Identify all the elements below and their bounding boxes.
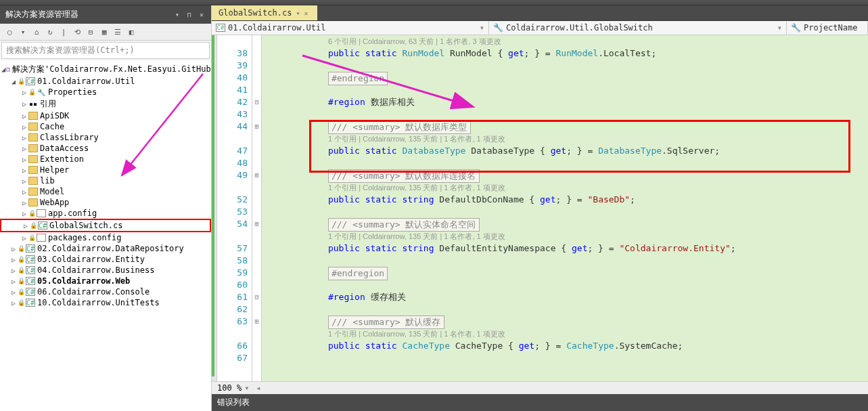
expand-icon[interactable]: ▷ <box>20 199 28 207</box>
tree-node[interactable]: ▷🔒C#10.Coldairarrow.UnitTests <box>0 297 211 308</box>
code-line[interactable] <box>265 352 868 364</box>
sync-icon[interactable]: ↻ <box>45 26 55 37</box>
tree-node[interactable]: ▷🔒app.config <box>0 208 211 219</box>
back-icon[interactable]: ◯ <box>4 26 15 37</box>
tree-node[interactable]: ▷Helper <box>0 165 211 175</box>
chevron-down-icon[interactable]: ▾ <box>244 383 249 393</box>
code-line[interactable] <box>265 157 868 169</box>
close-icon[interactable]: ✕ <box>198 11 206 19</box>
code-line[interactable] <box>265 108 868 121</box>
expand-icon[interactable]: ▷ <box>20 234 28 242</box>
expand-icon[interactable]: ▷ <box>20 112 28 120</box>
expand-icon[interactable]: ▷ <box>20 89 28 96</box>
code-line[interactable]: 6 个引用 | Coldairarrow, 63 天前 | 1 名作者, 3 项… <box>265 35 868 47</box>
code-line[interactable] <box>265 303 868 316</box>
panel-title-bar[interactable]: 解决方案资源管理器 ▾ ⊓ ✕ <box>0 5 211 24</box>
expand-icon[interactable]: ▷ <box>9 278 18 285</box>
fold-column[interactable]: ⊟⊞⊞⊞⊟⊞ <box>252 35 262 381</box>
tab-pin-icon[interactable]: ▾ <box>296 9 300 17</box>
chevron-down-icon[interactable]: ▾ <box>480 23 484 33</box>
fold-toggle[interactable]: ⊞ <box>252 121 261 133</box>
expand-icon[interactable]: ▷ <box>20 123 28 131</box>
code-line[interactable]: #region 数据库相关 <box>265 96 868 108</box>
expand-icon[interactable]: ▷ <box>9 256 18 263</box>
tree-node[interactable]: ▷DataAccess <box>0 143 211 154</box>
code-line[interactable]: #endregion <box>265 267 868 279</box>
code-line[interactable]: /// <summary> 默认数据库连接名 <box>265 169 868 181</box>
preview-icon[interactable]: ◧ <box>126 26 137 37</box>
solution-node[interactable]: ◢⧉ 解决方案'Coldairarrow.Fx.Net.Easyui.GitHu… <box>0 63 211 76</box>
code-line[interactable]: 1 个引用 | Coldairarrow, 135 天前 | 1 名作者, 1 … <box>265 230 868 242</box>
nav-project[interactable]: C# 01.Coldairarrow.Util ▾ <box>212 21 489 35</box>
code-line[interactable]: public static string DefaultEntityNamesp… <box>265 242 868 255</box>
tree-node[interactable]: ▷Model <box>0 186 211 197</box>
dropdown-icon[interactable]: ▾ <box>173 11 181 19</box>
code-line[interactable] <box>265 206 868 218</box>
tree-node[interactable]: ▷🔒C#04.Coldairarrow.Business <box>0 265 211 276</box>
expand-icon[interactable]: ▷ <box>20 188 28 196</box>
tree-node[interactable]: ▷Cache <box>0 121 211 132</box>
code-line[interactable]: public static DatabaseType DatabaseType … <box>265 145 868 157</box>
code-line[interactable]: 1 个引用 | Coldairarrow, 135 天前 | 1 名作者, 1 … <box>265 133 868 145</box>
nav-class[interactable]: 🔧 Coldairarrow.Util.GlobalSwitch ▾ <box>489 21 787 35</box>
fold-toggle[interactable]: ⊞ <box>252 316 261 328</box>
home-icon[interactable]: ⌂ <box>31 26 42 37</box>
tree-node[interactable]: ▷🔒🔧Properties <box>0 87 211 98</box>
tree-node[interactable]: ▷🔒C#02.Coldairarrow.DataRepository <box>0 243 211 254</box>
properties-icon[interactable]: ☰ <box>112 26 123 37</box>
error-list-tab[interactable]: 错误列表 <box>212 394 868 411</box>
expand-icon[interactable]: ▷ <box>20 210 28 217</box>
code-line[interactable]: public static RunModel RunModel { get; }… <box>265 47 868 60</box>
code-line[interactable]: /// <summary> 默认数据库类型 <box>265 121 868 133</box>
code-line[interactable]: public static string DefaultDbConName { … <box>265 194 868 206</box>
tab-close-icon[interactable]: ✕ <box>304 9 308 17</box>
nav-member[interactable]: 🔧 ProjectName <box>787 21 868 35</box>
tree-node[interactable]: ▷lib <box>0 175 211 186</box>
solution-tree[interactable]: ◢⧉ 解决方案'Coldairarrow.Fx.Net.Easyui.GitHu… <box>0 60 211 411</box>
tree-node[interactable]: ◢🔒C#01.Coldairarrow.Util <box>0 76 211 87</box>
tree-node[interactable]: ▷🔒packages.config <box>0 232 211 243</box>
search-input[interactable]: 搜索解决方案资源管理器(Ctrl+;) <box>1 42 210 59</box>
zoom-bar[interactable]: 100 % ▾ ◂ <box>212 381 868 394</box>
code-content[interactable]: 6 个引用 | Coldairarrow, 63 天前 | 1 名作者, 3 项… <box>262 35 868 381</box>
code-line[interactable]: /// <summary> 默认缓存 <box>265 316 868 328</box>
chevron-left-icon[interactable]: ◂ <box>256 383 260 393</box>
tree-node[interactable]: ▷🔒C#03.Coldairarrow.Entity <box>0 254 211 265</box>
pin-icon[interactable]: ⊓ <box>185 11 193 19</box>
fwd-icon[interactable]: ▾ <box>18 26 28 37</box>
tree-node[interactable]: ▷ClassLibrary <box>0 132 211 143</box>
tree-node[interactable]: ▷▪▪引用 <box>0 98 211 110</box>
tree-node[interactable]: ▷ApiSDK <box>0 110 211 121</box>
expand-icon[interactable]: ▷ <box>20 145 28 152</box>
expand-icon[interactable]: ▷ <box>20 167 28 174</box>
show-all-icon[interactable]: ▦ <box>99 26 110 37</box>
collapse-icon[interactable]: ⊟ <box>85 26 96 37</box>
code-line[interactable] <box>265 60 868 72</box>
expand-icon[interactable]: ◢ <box>9 78 18 85</box>
expand-icon[interactable]: ▷ <box>9 267 18 274</box>
expand-icon[interactable]: ▷ <box>20 156 28 163</box>
code-line[interactable] <box>265 84 868 96</box>
fold-toggle[interactable]: ⊟ <box>252 96 261 108</box>
expand-icon[interactable]: ▷ <box>20 134 28 142</box>
expand-icon[interactable]: ▷ <box>20 100 28 108</box>
code-line[interactable]: #endregion <box>265 72 868 84</box>
code-line[interactable] <box>265 255 868 267</box>
tree-node[interactable]: ▷🔒C#GlobalSwitch.cs <box>0 219 211 232</box>
fold-toggle[interactable]: ⊟ <box>252 291 261 303</box>
tree-node[interactable]: ▷Extention <box>0 154 211 165</box>
code-line[interactable]: 1 个引用 | Coldairarrow, 135 天前 | 1 名作者, 1 … <box>265 181 868 194</box>
fold-toggle[interactable]: ⊞ <box>252 169 261 181</box>
expand-icon[interactable]: ▷ <box>20 177 28 185</box>
expand-icon[interactable]: ▷ <box>22 222 30 230</box>
code-line[interactable]: /// <summary> 默认实体命名空间 <box>265 218 868 230</box>
code-line[interactable]: public static CacheType CacheType { get;… <box>265 340 868 352</box>
code-line[interactable] <box>265 279 868 291</box>
code-area[interactable]: 3839404142434447484952535457585960616263… <box>212 35 868 381</box>
code-line[interactable]: 1 个引用 | Coldairarrow, 135 天前 | 1 名作者, 1 … <box>265 328 868 340</box>
tab-globalswitch[interactable]: GlobalSwitch.cs ▾ ✕ <box>212 5 317 20</box>
fold-toggle[interactable]: ⊞ <box>252 218 261 230</box>
expand-icon[interactable]: ▷ <box>9 245 18 253</box>
expand-icon[interactable]: ▷ <box>9 288 18 296</box>
refresh-icon[interactable]: ⟲ <box>72 26 83 37</box>
